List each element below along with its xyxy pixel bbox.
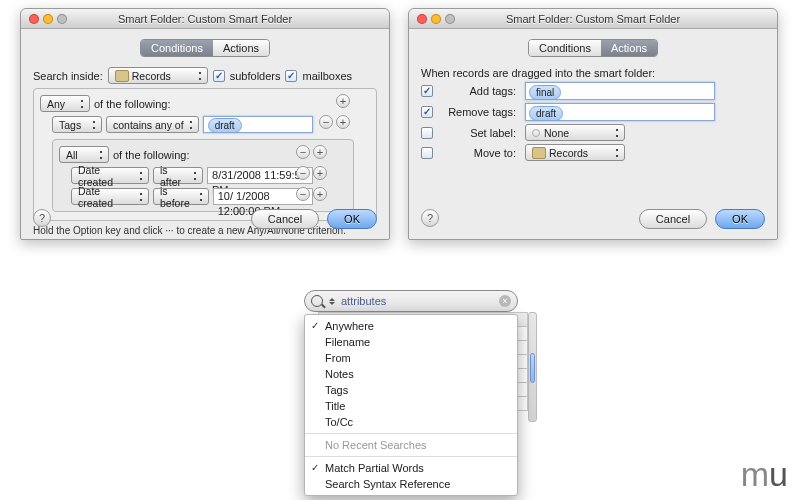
move-to-checkbox[interactable]: ✓ [421,147,433,159]
menu-separator [305,456,517,457]
window-title: Smart Folder: Custom Smart Folder [71,13,389,25]
menu-item-filename[interactable]: Filename [305,334,517,350]
titlebar[interactable]: Smart Folder: Custom Smart Folder [21,9,389,29]
menu-item-partial-words[interactable]: Match Partial Words [305,460,517,476]
match-any-popup[interactable]: Any [40,95,90,112]
search-inside-popup[interactable]: Records [108,67,208,84]
remove-tags-label: Remove tags: [438,106,520,118]
cancel-button[interactable]: Cancel [251,209,319,229]
zoom-window-icon[interactable] [57,14,67,24]
rule-value-field[interactable]: draft [203,116,313,133]
menu-no-recent: No Recent Searches [305,437,517,453]
tab-actions[interactable]: Actions [213,40,269,56]
tag-token: draft [529,106,563,121]
set-label-label: Set label: [438,127,520,139]
search-field[interactable]: attributes × [304,290,518,312]
tab-conditions[interactable]: Conditions [141,40,213,56]
move-to-popup[interactable]: Records [525,144,625,161]
ok-button[interactable]: OK [327,209,377,229]
criteria-group-any: Any of the following: + Tags contains an… [33,88,377,221]
rule-op-popup[interactable]: contains any of [106,116,199,133]
scrollbar[interactable] [528,312,537,422]
folder-icon [532,147,546,159]
window-traffic-lights[interactable] [21,14,71,24]
menu-separator [305,433,517,434]
search-inside-value: Records [132,70,171,82]
set-label-checkbox[interactable]: ✓ [421,127,433,139]
add-rule-button[interactable]: + [313,166,327,180]
clear-search-icon[interactable]: × [499,295,511,307]
close-window-icon[interactable] [417,14,427,24]
rule-attr-popup[interactable]: Date created [71,188,149,205]
menu-item-tags[interactable]: Tags [305,382,517,398]
move-to-label: Move to: [438,147,520,159]
add-rule-button[interactable]: + [336,94,350,108]
help-button[interactable]: ? [421,209,439,227]
rule-op-popup[interactable]: is before [153,188,209,205]
titlebar[interactable]: Smart Folder: Custom Smart Folder [409,9,777,29]
menu-item-tocc[interactable]: To/Cc [305,414,517,430]
tag-token: final [529,85,561,100]
set-label-popup[interactable]: None [525,124,625,141]
add-rule-button[interactable]: + [336,115,350,129]
actions-intro: When records are dragged into the smart … [421,67,765,79]
ok-button[interactable]: OK [715,209,765,229]
remove-tags-field[interactable]: draft [525,103,715,121]
match-all-popup[interactable]: All [59,146,109,163]
menu-item-syntax-ref[interactable]: Search Syntax Reference [305,476,517,492]
of-following-label: of the following: [113,149,189,161]
window-traffic-lights[interactable] [409,14,459,24]
minimize-window-icon[interactable] [431,14,441,24]
label-swatch-icon [532,129,540,137]
mailboxes-checkbox[interactable]: ✓ [285,70,297,82]
zoom-window-icon[interactable] [445,14,455,24]
remove-group-button[interactable]: − [296,145,310,159]
remove-rule-button[interactable]: − [296,187,310,201]
tab-actions[interactable]: Actions [601,40,657,56]
folder-icon [115,70,129,82]
smart-folder-conditions-window: Smart Folder: Custom Smart Folder Condit… [20,8,390,240]
subfolders-checkbox[interactable]: ✓ [213,70,225,82]
help-button[interactable]: ? [33,209,51,227]
add-tags-checkbox[interactable]: ✓ [421,85,433,97]
window-title: Smart Folder: Custom Smart Folder [459,13,777,25]
add-tags-field[interactable]: final [525,82,715,100]
mailboxes-label: mailboxes [302,70,352,82]
move-to-value: Records [549,147,588,159]
menu-item-anywhere[interactable]: Anywhere [305,318,517,334]
menu-item-title[interactable]: Title [305,398,517,414]
search-menu: Anywhere Filename From Notes Tags Title … [304,314,518,496]
close-window-icon[interactable] [29,14,39,24]
remove-rule-button[interactable]: − [296,166,310,180]
subfolders-label: subfolders [230,70,281,82]
search-popover: attributes × Anywhere Filename From Note… [304,290,518,496]
smart-folder-actions-window: Smart Folder: Custom Smart Folder Condit… [408,8,778,240]
tag-token: draft [208,118,242,133]
remove-tags-checkbox[interactable]: ✓ [421,106,433,118]
search-scope-caret-icon[interactable] [328,298,336,305]
add-rule-button[interactable]: + [313,187,327,201]
remove-rule-button[interactable]: − [319,115,333,129]
rule-op-popup[interactable]: is after [153,167,203,184]
search-icon [311,295,323,307]
tab-conditions[interactable]: Conditions [529,40,601,56]
of-following-label: of the following: [94,98,170,110]
search-input-text[interactable]: attributes [341,295,494,307]
tab-bar: Conditions Actions [421,39,765,57]
menu-item-notes[interactable]: Notes [305,366,517,382]
add-tags-label: Add tags: [438,85,520,97]
search-inside-label: Search inside: [33,70,103,82]
set-label-value: None [544,127,569,139]
minimize-window-icon[interactable] [43,14,53,24]
cancel-button[interactable]: Cancel [639,209,707,229]
add-rule-button[interactable]: + [313,145,327,159]
tab-bar: Conditions Actions [33,39,377,57]
rule-attr-popup[interactable]: Tags [52,116,102,133]
watermark-logo: mu [741,455,788,494]
rule-attr-popup[interactable]: Date created [71,167,149,184]
menu-item-from[interactable]: From [305,350,517,366]
criteria-group-all: All of the following: −+ Date created is… [52,139,354,212]
scrollbar-thumb[interactable] [530,353,535,383]
